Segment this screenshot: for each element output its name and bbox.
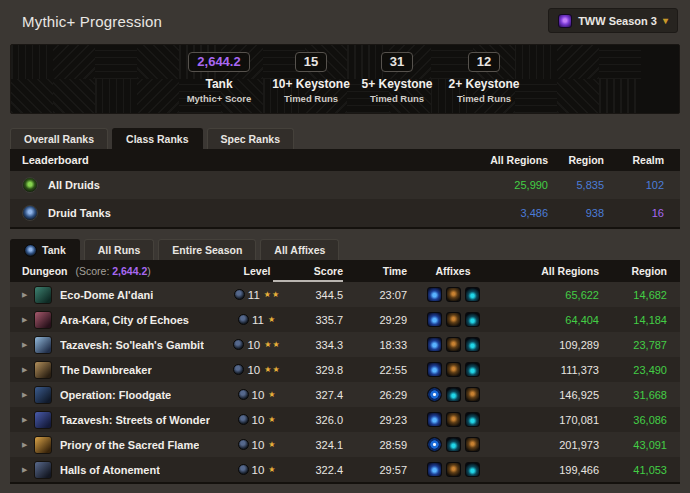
tab-spec-ranks[interactable]: Spec Ranks	[207, 128, 295, 149]
all-regions-rank: 109,289	[499, 339, 599, 351]
tab-all-runs[interactable]: All Runs	[84, 239, 155, 260]
dungeon-thumbnail-icon	[34, 386, 52, 404]
page-title: Mythic+ Progression	[22, 13, 162, 30]
tab-class-ranks[interactable]: Class Ranks	[112, 128, 202, 149]
leaderboard-row[interactable]: Druid Tanks3,48693816	[10, 199, 680, 227]
leaderboard-header: Leaderboard All RegionsRegionRealm	[10, 149, 680, 171]
expand-caret-icon[interactable]: ▶	[22, 316, 34, 324]
keystone-icon	[238, 389, 249, 400]
stat-sublabel: Timed Runs	[284, 93, 338, 104]
xalatath-bargain-affix-icon	[427, 462, 442, 477]
keystone-level-cell: 10★	[227, 439, 287, 451]
tab-entire-season[interactable]: Entire Season	[158, 239, 256, 260]
keystone-level-cell: 11★★	[227, 289, 287, 301]
region-rank: 31,668	[599, 389, 667, 401]
void-affix-icon	[446, 387, 461, 402]
rank-value: 938	[548, 207, 604, 219]
rank-value: 102	[604, 179, 664, 191]
dungeon-name-cell: ▶Eco-Dome Al'dani	[22, 286, 227, 304]
dungeon-column-header[interactable]: Dungeon	[22, 265, 68, 277]
column-header[interactable]: Realm	[604, 154, 664, 166]
expand-caret-icon[interactable]: ▶	[22, 416, 34, 424]
void-affix-icon	[465, 362, 480, 377]
stat-label: 2+ Keystone	[448, 77, 519, 91]
score-column-header[interactable]: Score	[287, 265, 343, 277]
column-header[interactable]: Region	[548, 154, 604, 166]
stat-label: 5+ Keystone	[361, 77, 432, 91]
tab-all-affixes[interactable]: All Affixes	[260, 239, 339, 260]
region-column-header[interactable]: Region	[599, 265, 667, 277]
leaderboard-row[interactable]: All Druids25,9905,835102	[10, 171, 680, 199]
stat-value: 31	[381, 52, 413, 72]
region-rank: 23,787	[599, 339, 667, 351]
tab-label: Tank	[42, 244, 66, 256]
tab-label: All Affixes	[274, 244, 325, 256]
expand-caret-icon[interactable]: ▶	[22, 441, 34, 449]
dungeon-name: Halls of Atonement	[60, 464, 160, 476]
time-value: 28:59	[343, 439, 407, 451]
stat-item: 315+ KeystoneTimed Runs	[353, 45, 441, 113]
expand-caret-icon[interactable]: ▶	[22, 391, 34, 399]
stats-banner: 2,644.2TankMythic+ Score1510+ KeystoneTi…	[10, 44, 680, 114]
time-column-header[interactable]: Time	[343, 265, 407, 277]
expand-caret-icon[interactable]: ▶	[22, 341, 34, 349]
column-header[interactable]: All Regions	[458, 154, 548, 166]
ember-affix-icon	[465, 437, 480, 452]
season-selector-button[interactable]: TWW Season 3 ▾	[548, 8, 678, 33]
tab-overall-ranks[interactable]: Overall Ranks	[10, 128, 108, 149]
keystone-upgrade-stars: ★	[268, 440, 276, 449]
expand-caret-icon[interactable]: ▶	[22, 291, 34, 299]
stat-value: 2,644.2	[188, 52, 249, 72]
stats-list: 2,644.2TankMythic+ Score1510+ KeystoneTi…	[11, 45, 679, 113]
dungeon-thumbnail-icon	[34, 461, 52, 479]
dungeon-row[interactable]: ▶Eco-Dome Al'dani11★★344.523:0765,62214,…	[10, 282, 680, 307]
keystone-level-cell: 10★	[227, 464, 287, 476]
dungeon-row[interactable]: ▶Halls of Atonement10★322.429:57199,4664…	[10, 457, 680, 482]
keystone-level: 10	[252, 389, 265, 401]
challengers-peril-affix-icon	[427, 387, 442, 402]
affix-icons	[407, 462, 499, 477]
all-regions-column-header[interactable]: All Regions	[499, 265, 599, 277]
xalatath-bargain-affix-icon	[427, 287, 442, 302]
keystone-upgrade-stars: ★	[268, 415, 276, 424]
dungeon-row[interactable]: ▶Operation: Floodgate10★327.426:29146,92…	[10, 382, 680, 407]
dungeon-name-cell: ▶The Dawnbreaker	[22, 361, 227, 379]
ember-affix-icon	[446, 412, 461, 427]
tab-label: Spec Ranks	[221, 133, 281, 145]
affix-icons	[407, 362, 499, 377]
score-value: 327.4	[287, 389, 343, 401]
expand-caret-icon[interactable]: ▶	[22, 466, 34, 474]
dungeon-name: Eco-Dome Al'dani	[60, 289, 153, 301]
dungeon-thumbnail-icon	[34, 336, 52, 354]
stat-value: 12	[468, 52, 500, 72]
time-value: 29:23	[343, 414, 407, 426]
keystone-level: 11	[248, 289, 260, 301]
keystone-icon	[233, 364, 244, 375]
keystone-level: 10	[252, 414, 265, 426]
region-rank: 14,682	[599, 289, 667, 301]
dungeon-thumbnail-icon	[34, 311, 52, 329]
dungeon-row[interactable]: ▶The Dawnbreaker10★★329.822:55111,37323,…	[10, 357, 680, 382]
affix-icons	[407, 437, 499, 452]
score-value: 322.4	[287, 464, 343, 476]
tab-tank[interactable]: Tank	[10, 239, 80, 260]
dungeon-row[interactable]: ▶Tazavesh: Streets of Wonder10★326.029:2…	[10, 407, 680, 432]
dungeon-row[interactable]: ▶Priory of the Sacred Flame10★324.128:59…	[10, 432, 680, 457]
tank-spec-icon	[24, 244, 37, 257]
dungeon-row[interactable]: ▶Tazavesh: So'leah's Gambit10★★334.318:3…	[10, 332, 680, 357]
affixes-column-header[interactable]: Affixes	[407, 265, 499, 277]
dungeon-name: The Dawnbreaker	[60, 364, 152, 376]
stat-item: 122+ KeystoneTimed Runs	[441, 45, 527, 113]
stat-sublabel: Mythic+ Score	[187, 93, 252, 104]
dungeon-row[interactable]: ▶Ara-Kara, City of Echoes11★335.729:2964…	[10, 307, 680, 332]
score-value: 324.1	[287, 439, 343, 451]
stat-label: Tank	[205, 77, 232, 91]
leaderboard-rows: All Druids25,9905,835102Druid Tanks3,486…	[10, 171, 680, 227]
score-value: 329.8	[287, 364, 343, 376]
xalatath-bargain-affix-icon	[427, 337, 442, 352]
rank-value: 16	[604, 207, 664, 219]
rank-value: 5,835	[548, 179, 604, 191]
keystone-level-cell: 10★	[227, 414, 287, 426]
level-column-header[interactable]: Level	[227, 265, 287, 277]
expand-caret-icon[interactable]: ▶	[22, 366, 34, 374]
